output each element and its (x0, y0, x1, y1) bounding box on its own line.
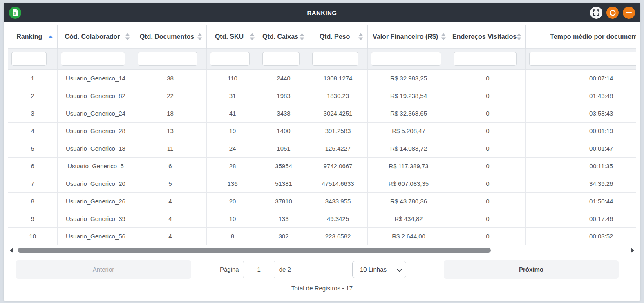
cell: 1308.1274 (309, 69, 367, 87)
table-row[interactable]: 7Usuario_Generico_2051365138147514.6633R… (8, 175, 636, 192)
cell: 9 (8, 210, 57, 227)
cell: 0 (450, 69, 525, 87)
scrollbar-track[interactable] (17, 247, 627, 253)
cell: 3 (8, 105, 57, 122)
column-header-tempo-m-dio-por-documento[interactable]: Tempo médio por documento ( (525, 25, 636, 48)
minimize-button[interactable] (623, 7, 635, 19)
column-header-endere-os-visitados[interactable]: Endereços Visitados (450, 25, 525, 48)
cell: 34:39:26 (525, 175, 636, 192)
page-label: Página (220, 266, 239, 273)
cell: 10 (8, 227, 57, 245)
cell: 0 (450, 192, 525, 210)
filter-input-qtd-documentos[interactable] (138, 52, 197, 66)
sort-ascending-icon[interactable] (48, 35, 53, 38)
column-label: Endereços Visitados (452, 33, 517, 40)
cell: 1400 (259, 122, 309, 140)
column-label: Qtd. Documentos (140, 33, 194, 40)
window-title: RANKING (4, 9, 640, 16)
cell: Usuario_Generico_56 (57, 227, 134, 245)
previous-page-button[interactable]: Anterior (16, 260, 191, 279)
filter-input-tempo-m-dio-por-documento[interactable] (529, 52, 636, 66)
cell: 0 (450, 157, 525, 175)
table-row[interactable]: 5Usuario_Generico_1811241051126.4227R$ 1… (8, 140, 636, 157)
cell: 4 (134, 210, 206, 227)
filter-cell (134, 48, 206, 69)
header-row: RankingCód. ColaboradorQtd. DocumentosQt… (8, 25, 636, 48)
table-row[interactable]: 1Usuario_Generico_143811024401308.1274R$… (8, 69, 636, 87)
table-row[interactable]: 6Usuario_Generico_5628359549742.0667R$ 1… (8, 157, 636, 175)
scroll-left-arrow-icon[interactable] (10, 247, 13, 253)
cell: 3433.955 (309, 192, 367, 210)
table-row[interactable]: 8Usuario_Generico_26420378103433.955R$ 4… (8, 192, 636, 210)
cell: 49.3425 (309, 210, 367, 227)
table-row[interactable]: 9Usuario_Generico_3941013349.3425R$ 434,… (8, 210, 636, 227)
cell: 00:17:46 (525, 210, 636, 227)
filter-input-qtd-sku[interactable] (210, 52, 250, 66)
page-number-input[interactable] (243, 261, 275, 278)
cell: 9742.0667 (309, 157, 367, 175)
cell: 18 (134, 105, 206, 122)
scrollbar-thumb[interactable] (18, 248, 491, 253)
column-header-qtd-caixas[interactable]: Qtd. Caixas (259, 25, 309, 48)
filter-cell (450, 48, 525, 69)
cell: 1983 (259, 87, 309, 105)
titlebar-buttons (590, 7, 635, 19)
cell: 0 (450, 105, 525, 122)
table-row[interactable]: 10Usuario_Generico_5648302223.6582R$ 2.6… (8, 227, 636, 245)
sort-icon[interactable] (517, 33, 521, 40)
svg-text:x: x (14, 11, 16, 16)
cell: 0 (450, 122, 525, 140)
cell: 126.4227 (309, 140, 367, 157)
filter-input-qtd-caixas[interactable] (262, 52, 300, 66)
sort-icon[interactable] (300, 33, 304, 40)
column-header-valor-financeiro-r[interactable]: Valor Financeiro (R$) (367, 25, 450, 48)
cell: 8 (8, 192, 57, 210)
expand-button[interactable] (590, 7, 602, 19)
cell: 0 (450, 87, 525, 105)
rows-per-page-wrap: 10 Linhas (352, 261, 406, 278)
cell: R$ 434,82 (367, 210, 450, 227)
cell: 5 (8, 140, 57, 157)
sort-icon[interactable] (125, 33, 130, 40)
cell: 03:58:43 (525, 105, 636, 122)
filter-input-c-d-colaborador[interactable] (61, 52, 125, 66)
cell: R$ 607.083,35 (367, 175, 450, 192)
cell: Usuario_Generico_5 (57, 157, 134, 175)
filter-input-qtd-peso[interactable] (312, 52, 358, 66)
cell: 10 (206, 210, 259, 227)
refresh-button[interactable] (606, 7, 619, 19)
cell: 28 (206, 157, 259, 175)
table-row[interactable]: 3Usuario_Generico_24184134383024.4251R$ … (8, 105, 636, 122)
column-header-c-d-colaborador[interactable]: Cód. Colaborador (57, 25, 134, 48)
column-label: Ranking (16, 33, 42, 40)
table-row[interactable]: 4Usuario_Generico_2813191400391.2583R$ 5… (8, 122, 636, 140)
sort-icon[interactable] (250, 33, 255, 40)
cell: 01:50:44 (525, 192, 636, 210)
horizontal-scrollbar[interactable] (10, 246, 634, 254)
cell: 1830.23 (309, 87, 367, 105)
cell: 4 (8, 122, 57, 140)
sort-icon[interactable] (441, 33, 446, 40)
next-page-button[interactable]: Próximo (444, 260, 619, 279)
sort-icon[interactable] (358, 33, 363, 40)
table-row[interactable]: 2Usuario_Generico_82223119831830.23R$ 19… (8, 87, 636, 105)
column-header-qtd-peso[interactable]: Qtd. Peso (309, 25, 367, 48)
cell: 7 (8, 175, 57, 192)
excel-export-button[interactable]: x (9, 7, 21, 19)
filter-input-endere-os-visitados[interactable] (454, 52, 517, 66)
rows-per-page-select[interactable]: 10 Linhas (352, 261, 406, 278)
column-label: Qtd. Caixas (262, 33, 298, 40)
sort-icon[interactable] (197, 33, 202, 40)
filter-input-ranking[interactable] (11, 52, 47, 66)
filter-input-valor-financeiro-r[interactable] (371, 52, 441, 66)
cell: 3024.4251 (309, 105, 367, 122)
scroll-right-arrow-icon[interactable] (631, 247, 634, 253)
cell: 00:01:47 (525, 140, 636, 157)
cell: R$ 2.644,00 (367, 227, 450, 245)
cell: Usuario_Generico_18 (57, 140, 134, 157)
cell: Usuario_Generico_26 (57, 192, 134, 210)
ranking-window: x RANKING (4, 3, 640, 301)
column-header-qtd-documentos[interactable]: Qtd. Documentos (134, 25, 206, 48)
column-header-qtd-sku[interactable]: Qtd. SKU (206, 25, 259, 48)
column-header-ranking[interactable]: Ranking (8, 25, 57, 48)
